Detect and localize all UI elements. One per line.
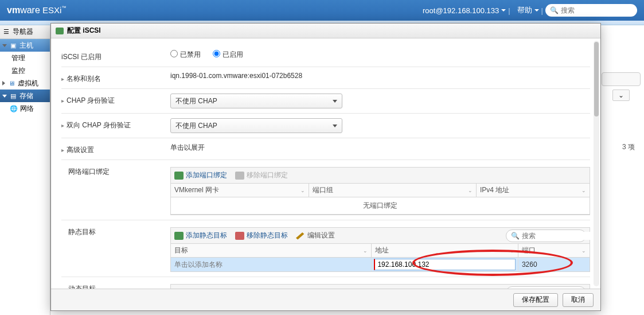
- collapse-icon[interactable]: ▸: [61, 76, 64, 82]
- expand-icon: [2, 44, 7, 47]
- nav-host[interactable]: ▣ 主机: [0, 39, 50, 52]
- network-icon: 🌐: [10, 104, 18, 112]
- chevron-down-icon: ⌄: [510, 248, 514, 254]
- nav-storage[interactable]: ▤ 存储: [0, 90, 50, 102]
- label-chap: CHAP 身份验证: [67, 96, 115, 106]
- dynamic-target-search-input[interactable]: [522, 289, 600, 289]
- port-binding-headers: VMkernel 网卡⌄ 端口组⌄ IPv4 地址⌄: [171, 184, 590, 197]
- global-search[interactable]: 🔍: [545, 4, 637, 17]
- add-icon: [174, 232, 184, 240]
- expand-icon: [2, 81, 5, 85]
- static-target-search[interactable]: 🔍: [506, 230, 586, 242]
- row-advanced: ▸高级设置 单击以展开: [61, 138, 590, 160]
- row-name-alias: ▸名称和别名 iqn.1998-01.com.vmware:esxi01-072…: [61, 67, 590, 88]
- label-name-alias: 名称和别名: [67, 74, 101, 84]
- search-icon: 🔍: [550, 6, 559, 14]
- port-binding-empty: 无端口绑定: [171, 197, 590, 215]
- nav-vms[interactable]: 🖥 虚拟机: [0, 77, 50, 90]
- collapse-icon[interactable]: ▸: [61, 98, 64, 104]
- row-mutual-chap: ▸双向 CHAP 身份验证 不使用 CHAP: [61, 113, 590, 138]
- col-port[interactable]: 端口⌄: [518, 244, 590, 257]
- add-icon: [174, 289, 184, 289]
- nav-monitor[interactable]: 监控: [0, 64, 50, 77]
- chevron-down-icon: ⌄: [300, 188, 305, 193]
- item-count: 3 项: [598, 142, 644, 152]
- edit-static-target-button[interactable]: 编辑设置: [296, 231, 335, 240]
- col-portgroup[interactable]: 端口组⌄: [309, 184, 477, 197]
- peek-chevron[interactable]: ⌄: [612, 90, 630, 101]
- search-icon: 🔍: [511, 232, 520, 240]
- label-dynamic-targets: 动态目标: [61, 282, 170, 289]
- collapse-icon[interactable]: ▸: [61, 122, 64, 129]
- add-dynamic-target-button[interactable]: 添加动态目标: [174, 287, 227, 289]
- collapse-icon[interactable]: ▸: [61, 147, 64, 153]
- dialog-title: 配置 iSCSI: [67, 26, 101, 36]
- col-vmkernel[interactable]: VMkernel 网卡⌄: [171, 184, 309, 197]
- static-target-name-cell[interactable]: 单击以添加名称: [171, 258, 372, 271]
- dialog-title-bar: 配置 iSCSI: [51, 24, 600, 38]
- chevron-down-icon: [501, 9, 506, 11]
- expand-icon: [2, 95, 7, 98]
- pencil-icon: [296, 289, 305, 289]
- col-ipv4[interactable]: IPv4 地址⌄: [477, 184, 590, 197]
- navigator-title: 导航器: [13, 27, 33, 37]
- label-static-targets: 静态目标: [61, 225, 170, 237]
- remove-dynamic-target-button: 移除动态目标: [235, 287, 288, 289]
- value-name-alias: iqn.1998-01.com.vmware:esxi01-072b6528: [170, 72, 590, 80]
- add-port-binding-button[interactable]: 添加端口绑定: [174, 170, 227, 180]
- label-iscsi-enabled: iSCSI 已启用: [61, 50, 170, 62]
- col-target[interactable]: 目标⌄: [171, 244, 372, 257]
- edit-dynamic-target-button: 编辑设置: [296, 287, 335, 289]
- static-target-search-input[interactable]: [522, 232, 600, 240]
- user-menu[interactable]: root@192.168.100.133: [423, 6, 506, 15]
- iscsi-icon: [56, 28, 64, 34]
- radio-disabled[interactable]: 已禁用: [170, 50, 201, 59]
- row-static-targets: 静态目标 添加静态目标 移除静态目标 编辑设置 🔍 目标⌄ 地址⌄ 端口⌄: [61, 220, 590, 277]
- dialog-footer: 保存配置 取消: [51, 289, 600, 310]
- navigator-icon: ☰: [2, 28, 10, 36]
- select-chap[interactable]: 不使用 CHAP: [170, 94, 342, 108]
- row-port-binding: 网络端口绑定 添加端口绑定 移除端口绑定 VMkernel 网卡⌄ 端口组⌄ I…: [61, 160, 590, 220]
- cancel-button[interactable]: 取消: [563, 293, 594, 307]
- chevron-down-icon: ⌄: [468, 188, 473, 193]
- search-icon: 🔍: [511, 289, 520, 289]
- remove-static-target-button[interactable]: 移除静态目标: [235, 231, 288, 240]
- col-address[interactable]: 地址⌄: [372, 244, 518, 257]
- label-mutual-chap: 双向 CHAP 身份验证: [67, 120, 131, 130]
- chevron-down-icon: [534, 9, 539, 11]
- chevron-down-icon: ⌄: [581, 248, 586, 254]
- dialog-body: iSCSI 已启用 已禁用 已启用 ▸名称和别名 iqn.1998-01.com…: [51, 38, 600, 289]
- chevron-down-icon: [333, 125, 337, 127]
- dialog-scrollbar[interactable]: [594, 41, 599, 286]
- label-port-binding: 网络端口绑定: [61, 165, 170, 177]
- value-advanced[interactable]: 单击以展开: [170, 143, 590, 153]
- row-chap: ▸CHAP 身份验证 不使用 CHAP: [61, 88, 590, 113]
- static-target-headers: 目标⌄ 地址⌄ 端口⌄: [171, 244, 590, 258]
- navigator-header: ☰ 导航器: [0, 25, 50, 39]
- vm-icon: 🖥: [7, 79, 15, 87]
- dynamic-target-search[interactable]: 🔍: [506, 286, 586, 289]
- dynamic-targets-section: 添加动态目标 移除动态目标 编辑设置 🔍: [170, 284, 590, 289]
- save-button[interactable]: 保存配置: [513, 293, 558, 307]
- global-search-input[interactable]: [561, 6, 644, 14]
- port-binding-section: 添加端口绑定 移除端口绑定 VMkernel 网卡⌄ 端口组⌄ IPv4 地址⌄…: [170, 167, 590, 215]
- help-menu[interactable]: 帮助: [517, 5, 539, 15]
- select-mutual-chap[interactable]: 不使用 CHAP: [170, 118, 342, 133]
- static-target-address-input[interactable]: [374, 259, 516, 270]
- static-target-row-editing[interactable]: 单击以添加名称 3260: [171, 258, 590, 271]
- storage-icon: ▤: [9, 92, 17, 100]
- nav-manage[interactable]: 管理: [0, 52, 50, 64]
- radio-enabled[interactable]: 已启用: [213, 50, 243, 59]
- add-static-target-button[interactable]: 添加静态目标: [174, 231, 227, 240]
- nav-network[interactable]: 🌐 网络: [0, 102, 50, 115]
- pencil-icon: [296, 232, 305, 240]
- scrollbar-thumb[interactable]: [594, 42, 599, 116]
- remove-icon: [235, 172, 244, 180]
- remove-icon: [235, 289, 244, 289]
- chevron-down-icon: ⌄: [581, 188, 586, 193]
- navigator: ☰ 导航器 ▣ 主机 管理 监控 🖥 虚拟机 ▤ 存储 🌐 网络: [0, 25, 50, 315]
- static-target-port-cell[interactable]: 3260: [518, 258, 590, 271]
- add-icon: [174, 172, 184, 180]
- brand-logo: vmware ESXi™: [7, 5, 66, 15]
- right-peek-column: ⌄ 3 项: [598, 69, 644, 152]
